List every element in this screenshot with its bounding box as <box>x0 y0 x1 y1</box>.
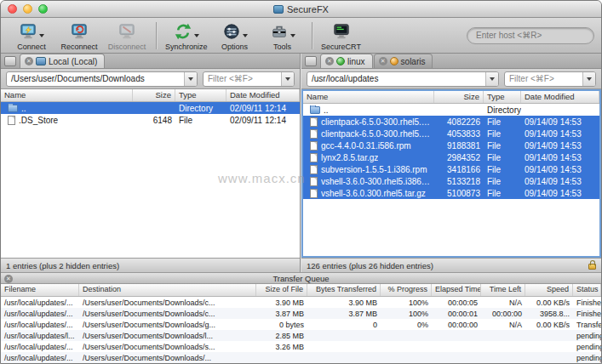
connect-button[interactable]: Connect <box>8 20 55 52</box>
column-destination[interactable]: Destination <box>79 284 256 296</box>
synchronize-button[interactable]: Synchronize <box>162 20 211 52</box>
remote-tab-bar: linux solaris <box>301 54 601 69</box>
column-date-modified[interactable]: Date Modified <box>521 91 599 103</box>
synchronize-dropdown-caret[interactable] <box>194 34 199 37</box>
pane-menu-icon[interactable] <box>4 56 16 66</box>
file-name: .. <box>21 104 26 113</box>
column-size[interactable]: Size <box>434 91 484 103</box>
local-filter-combobox[interactable]: Filter <⌘F> <box>203 71 295 87</box>
tab-close-icon[interactable] <box>379 57 387 65</box>
dropdown-arrow-icon[interactable] <box>485 72 498 86</box>
close-window-button[interactable] <box>8 4 17 14</box>
column-size[interactable]: Size <box>133 89 175 101</box>
queue-row[interactable]: /usr/local/updates/l... /Users/user/Docu… <box>1 330 601 341</box>
file-icon <box>310 129 318 139</box>
file-name: clientpack-6.5.0-300.rhel5.tar... <box>321 129 431 139</box>
column-type[interactable]: Type <box>175 89 226 101</box>
close-queue-icon[interactable] <box>4 275 13 283</box>
tab-linux[interactable]: linux <box>320 54 373 68</box>
local-filter-placeholder: Filter <⌘F> <box>204 74 281 83</box>
column-date-modified[interactable]: Date Modified <box>226 89 300 101</box>
queue-filename: /usr/local/updates/... <box>1 310 79 318</box>
queue-row[interactable]: /usr/local/updates/... /Users/user/Docum… <box>1 341 601 352</box>
column-speed[interactable]: Speed <box>525 284 573 296</box>
file-type: File <box>484 117 521 127</box>
zoom-window-button[interactable] <box>38 4 48 14</box>
column-type[interactable]: Type <box>484 91 521 103</box>
queue-status: pending <box>573 332 601 340</box>
local-path-combobox[interactable]: /Users/user/Documents/Downloads <box>6 71 198 87</box>
remote-path-combobox[interactable]: /usr/local/updates <box>307 71 499 87</box>
queue-rows: /usr/local/updates/... /Users/user/Docum… <box>1 297 601 363</box>
securecrt-button[interactable]: SecureCRT <box>318 20 365 52</box>
securecrt-icon <box>332 23 351 40</box>
remote-filter-combobox[interactable]: Filter <⌘F> <box>504 71 596 87</box>
queue-row[interactable]: /usr/local/updates/... /Users/user/Docum… <box>1 319 601 330</box>
remote-column-header: Name Size Type Date Modified <box>303 91 599 104</box>
queue-destination: /Users/user/Documents/Downloads/c... <box>79 310 256 318</box>
queue-row[interactable]: /usr/local/updates/... /Users/user/Docum… <box>1 308 601 319</box>
column-status[interactable]: Status <box>573 284 601 296</box>
tools-dropdown-caret[interactable] <box>290 34 295 37</box>
minimize-window-button[interactable] <box>23 4 32 14</box>
table-row[interactable]: .. Directory <box>303 104 599 116</box>
tab-label: Local (Local) <box>49 57 97 66</box>
table-row[interactable]: subversion-1.5.5-1.i386.rpm 3418166 File… <box>303 163 599 175</box>
tab-close-icon[interactable] <box>25 57 33 65</box>
connect-icon <box>19 23 37 40</box>
dropdown-arrow-icon[interactable] <box>281 72 294 86</box>
column-elapsed-time[interactable]: Elapsed Time <box>432 284 481 296</box>
remote-file-list: Name Size Type Date Modified .. Director… <box>301 89 601 258</box>
column-progress[interactable]: % Progress <box>381 284 432 296</box>
file-date: 09/14/09 14:53 <box>521 177 599 186</box>
queue-elapsed: 00:00:05 <box>432 299 481 307</box>
queue-bytes: 3.87 MB <box>307 310 381 318</box>
table-row[interactable]: .. Directory 02/09/11 12:14 <box>1 102 300 114</box>
table-row[interactable]: vshell-3.6.0.300.rhel5.tar.gz 5100873 Fi… <box>303 187 599 199</box>
securefx-window: SecureFX Connect <box>0 0 602 364</box>
table-row[interactable]: clientpack-6.5.0-300.rhel5.i3... 4082226… <box>303 116 599 128</box>
queue-progress: 100% <box>381 310 432 318</box>
column-bytes-transferred[interactable]: Bytes Transferred <box>307 284 381 296</box>
column-name[interactable]: Name <box>1 89 133 101</box>
title-bar[interactable]: SecureFX <box>1 1 601 18</box>
table-row[interactable]: clientpack-6.5.0-300.rhel5.tar... 405383… <box>303 128 599 139</box>
queue-filename: /usr/local/updates/... <box>1 343 79 351</box>
pane-menu-icon[interactable] <box>305 56 317 66</box>
table-row[interactable]: lynx2.8.5.tar.gz 2984352 File 09/14/09 1… <box>303 151 599 163</box>
file-type: File <box>484 153 521 162</box>
file-type: File <box>484 189 521 198</box>
column-size-of-file[interactable]: Size of File <box>256 284 307 296</box>
column-name[interactable]: Name <box>303 91 434 103</box>
table-row[interactable]: gcc-4.4.0-0.31.i586.rpm 9188381 File 09/… <box>303 139 599 151</box>
tools-button[interactable]: Tools <box>259 20 307 52</box>
tab-solaris[interactable]: solaris <box>374 54 433 68</box>
dropdown-arrow-icon[interactable] <box>184 72 197 86</box>
table-row[interactable]: .DS_Store 6148 File 02/09/11 12:14 <box>1 114 300 126</box>
enter-host-input[interactable] <box>467 27 594 44</box>
toolbar-separator <box>312 22 312 49</box>
queue-row[interactable]: /usr/local/updates/... /Users/user/Docum… <box>1 352 601 363</box>
file-date: 09/14/09 14:53 <box>521 153 599 162</box>
tab-local[interactable]: Local (Local) <box>20 54 105 68</box>
connect-dropdown-caret[interactable] <box>39 34 44 37</box>
options-dropdown-caret[interactable] <box>243 34 248 37</box>
file-icon <box>310 153 318 162</box>
queue-elapsed: 00:00:00 <box>432 321 481 329</box>
file-type: Directory <box>484 105 521 115</box>
file-name: clientpack-6.5.0-300.rhel5.i3... <box>321 117 431 127</box>
tab-close-icon[interactable] <box>325 57 334 65</box>
dropdown-arrow-icon[interactable] <box>582 72 595 86</box>
transfer-queue-title-bar[interactable]: Transfer Queue <box>1 272 601 284</box>
table-row[interactable]: vshell-3.6.0-300.rhel5.i386.r... 5133218… <box>303 175 599 187</box>
queue-row[interactable]: /usr/local/updates/... /Users/user/Docum… <box>1 297 601 308</box>
column-filename[interactable]: Filename <box>1 284 79 296</box>
local-status-bar: 1 entries (plus 2 hidden entries) <box>1 258 300 272</box>
disconnect-button[interactable]: Disconnect <box>103 20 151 52</box>
tab-label: linux <box>347 57 365 66</box>
column-time-left[interactable]: Time Left <box>481 284 525 296</box>
local-status-text: 1 entries (plus 2 hidden entries) <box>6 261 119 270</box>
lock-icon <box>588 264 596 270</box>
reconnect-button[interactable]: Reconnect <box>55 20 103 52</box>
options-button[interactable]: Options <box>211 20 259 52</box>
